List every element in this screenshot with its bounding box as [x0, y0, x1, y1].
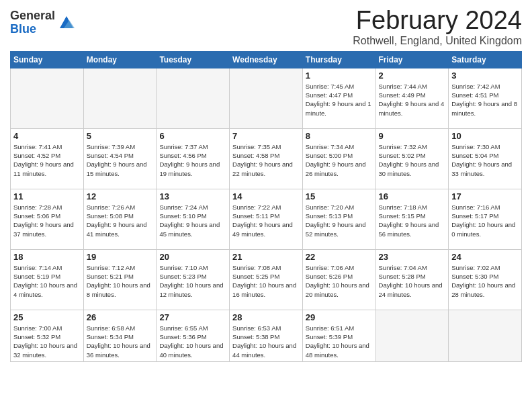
day-info: Sunrise: 7:41 AM Sunset: 4:52 PM Dayligh… [13, 142, 81, 178]
calendar-cell: 8Sunrise: 7:34 AM Sunset: 5:00 PM Daylig… [302, 128, 375, 189]
day-number: 23 [379, 252, 446, 262]
day-number: 7 [232, 131, 300, 141]
day-number: 26 [87, 312, 154, 322]
calendar-cell: 5Sunrise: 7:39 AM Sunset: 4:54 PM Daylig… [83, 128, 157, 189]
week-row-1: 1Sunrise: 7:45 AM Sunset: 4:47 PM Daylig… [11, 68, 522, 128]
logo-general-text: General [10, 9, 55, 23]
day-info: Sunrise: 7:12 AM Sunset: 5:21 PM Dayligh… [87, 263, 154, 299]
day-number: 14 [232, 191, 300, 201]
day-number: 27 [159, 312, 226, 322]
month-title: February 2024 [353, 7, 522, 35]
calendar-cell: 12Sunrise: 7:26 AM Sunset: 5:08 PM Dayli… [83, 189, 157, 249]
header: General Blue February 2024 Rothwell, Eng… [10, 7, 522, 47]
logo-icon [57, 13, 76, 32]
day-number: 8 [306, 131, 373, 141]
calendar-cell: 11Sunrise: 7:28 AM Sunset: 5:06 PM Dayli… [11, 189, 84, 249]
calendar-cell: 15Sunrise: 7:20 AM Sunset: 5:13 PM Dayli… [302, 189, 375, 249]
calendar-cell: 1Sunrise: 7:45 AM Sunset: 4:47 PM Daylig… [302, 68, 375, 128]
day-info: Sunrise: 7:10 AM Sunset: 5:23 PM Dayligh… [159, 263, 226, 299]
day-header-wednesday: Wednesday [230, 51, 303, 68]
day-number: 19 [87, 252, 154, 262]
day-number: 29 [306, 312, 373, 322]
calendar-cell: 27Sunrise: 6:55 AM Sunset: 5:36 PM Dayli… [157, 310, 230, 361]
day-number: 10 [451, 131, 519, 141]
day-header-sunday: Sunday [11, 51, 84, 68]
day-info: Sunrise: 7:06 AM Sunset: 5:26 PM Dayligh… [306, 263, 373, 299]
calendar-cell: 28Sunrise: 6:53 AM Sunset: 5:38 PM Dayli… [230, 310, 303, 361]
day-header-friday: Friday [375, 51, 449, 68]
week-row-3: 11Sunrise: 7:28 AM Sunset: 5:06 PM Dayli… [11, 189, 522, 249]
day-info: Sunrise: 7:00 AM Sunset: 5:32 PM Dayligh… [13, 324, 81, 359]
day-number: 3 [451, 71, 519, 81]
calendar-cell: 21Sunrise: 7:08 AM Sunset: 5:25 PM Dayli… [230, 249, 303, 310]
day-info: Sunrise: 7:35 AM Sunset: 4:58 PM Dayligh… [232, 142, 300, 178]
week-row-4: 18Sunrise: 7:14 AM Sunset: 5:19 PM Dayli… [11, 249, 522, 310]
calendar-cell: 6Sunrise: 7:37 AM Sunset: 4:56 PM Daylig… [157, 128, 230, 189]
day-number: 4 [13, 131, 81, 141]
day-number: 28 [232, 312, 300, 322]
day-info: Sunrise: 7:14 AM Sunset: 5:19 PM Dayligh… [13, 263, 81, 299]
day-info: Sunrise: 7:44 AM Sunset: 4:49 PM Dayligh… [379, 82, 446, 118]
calendar-cell: 18Sunrise: 7:14 AM Sunset: 5:19 PM Dayli… [11, 249, 84, 310]
calendar-cell [11, 68, 84, 128]
day-number: 24 [451, 252, 519, 262]
day-info: Sunrise: 7:34 AM Sunset: 5:00 PM Dayligh… [306, 142, 373, 178]
day-info: Sunrise: 7:28 AM Sunset: 5:06 PM Dayligh… [13, 203, 81, 238]
day-header-saturday: Saturday [449, 51, 522, 68]
day-number: 17 [451, 191, 519, 201]
day-number: 25 [13, 312, 81, 322]
day-number: 22 [306, 252, 373, 262]
day-info: Sunrise: 7:26 AM Sunset: 5:08 PM Dayligh… [87, 203, 154, 238]
day-info: Sunrise: 7:22 AM Sunset: 5:11 PM Dayligh… [232, 203, 300, 238]
day-info: Sunrise: 7:37 AM Sunset: 4:56 PM Dayligh… [159, 142, 226, 178]
day-info: Sunrise: 7:18 AM Sunset: 5:15 PM Dayligh… [379, 203, 446, 238]
day-info: Sunrise: 6:55 AM Sunset: 5:36 PM Dayligh… [159, 324, 226, 359]
day-info: Sunrise: 7:04 AM Sunset: 5:28 PM Dayligh… [379, 263, 446, 299]
calendar-cell [230, 68, 303, 128]
calendar-cell: 3Sunrise: 7:42 AM Sunset: 4:51 PM Daylig… [449, 68, 522, 128]
day-number: 9 [379, 131, 446, 141]
day-number: 6 [159, 131, 226, 141]
calendar-table: SundayMondayTuesdayWednesdayThursdayFrid… [10, 51, 522, 362]
calendar-cell: 22Sunrise: 7:06 AM Sunset: 5:26 PM Dayli… [302, 249, 375, 310]
day-number: 15 [306, 191, 373, 201]
day-info: Sunrise: 7:08 AM Sunset: 5:25 PM Dayligh… [232, 263, 300, 299]
day-info: Sunrise: 7:02 AM Sunset: 5:30 PM Dayligh… [451, 263, 519, 299]
day-number: 5 [87, 131, 154, 141]
calendar-cell: 10Sunrise: 7:30 AM Sunset: 5:04 PM Dayli… [449, 128, 522, 189]
day-info: Sunrise: 7:24 AM Sunset: 5:10 PM Dayligh… [159, 203, 226, 238]
week-row-2: 4Sunrise: 7:41 AM Sunset: 4:52 PM Daylig… [11, 128, 522, 189]
calendar-cell [157, 68, 230, 128]
day-number: 16 [379, 191, 446, 201]
calendar-cell [449, 310, 522, 361]
calendar-cell: 7Sunrise: 7:35 AM Sunset: 4:58 PM Daylig… [230, 128, 303, 189]
day-header-thursday: Thursday [302, 51, 375, 68]
day-info: Sunrise: 7:30 AM Sunset: 5:04 PM Dayligh… [451, 142, 519, 178]
day-info: Sunrise: 7:32 AM Sunset: 5:02 PM Dayligh… [379, 142, 446, 178]
calendar-cell: 2Sunrise: 7:44 AM Sunset: 4:49 PM Daylig… [375, 68, 449, 128]
calendar-cell: 26Sunrise: 6:58 AM Sunset: 5:34 PM Dayli… [83, 310, 157, 361]
day-header-tuesday: Tuesday [157, 51, 230, 68]
day-number: 1 [306, 71, 373, 81]
calendar-cell: 23Sunrise: 7:04 AM Sunset: 5:28 PM Dayli… [375, 249, 449, 310]
day-info: Sunrise: 6:51 AM Sunset: 5:39 PM Dayligh… [306, 324, 373, 359]
day-number: 11 [13, 191, 81, 201]
calendar-cell: 25Sunrise: 7:00 AM Sunset: 5:32 PM Dayli… [11, 310, 84, 361]
day-info: Sunrise: 6:53 AM Sunset: 5:38 PM Dayligh… [232, 324, 300, 359]
calendar-cell: 9Sunrise: 7:32 AM Sunset: 5:02 PM Daylig… [375, 128, 449, 189]
calendar-cell: 17Sunrise: 7:16 AM Sunset: 5:17 PM Dayli… [449, 189, 522, 249]
week-row-5: 25Sunrise: 7:00 AM Sunset: 5:32 PM Dayli… [11, 310, 522, 361]
day-number: 13 [159, 191, 226, 201]
day-number: 12 [87, 191, 154, 201]
calendar-cell [375, 310, 449, 361]
day-number: 20 [159, 252, 226, 262]
logo: General Blue [10, 9, 76, 36]
title-area: February 2024 Rothwell, England, United … [353, 7, 522, 47]
day-header-monday: Monday [83, 51, 157, 68]
day-number: 18 [13, 252, 81, 262]
day-number: 2 [379, 71, 446, 81]
day-info: Sunrise: 7:16 AM Sunset: 5:17 PM Dayligh… [451, 203, 519, 238]
logo-blue-text: Blue [10, 23, 55, 36]
location-title: Rothwell, England, United Kingdom [353, 35, 522, 47]
day-info: Sunrise: 7:20 AM Sunset: 5:13 PM Dayligh… [306, 203, 373, 238]
